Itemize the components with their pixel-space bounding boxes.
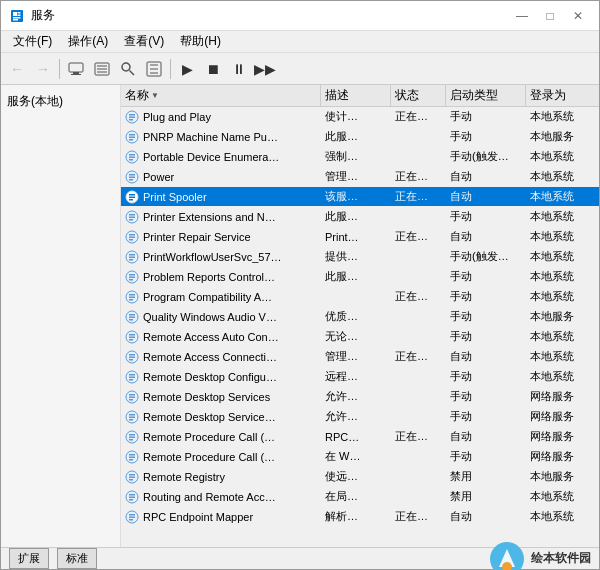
- svg-rect-65: [129, 336, 135, 338]
- table-row[interactable]: Remote Desktop Configu…远程…手动本地系统: [121, 367, 599, 387]
- service-icon: [125, 330, 139, 344]
- service-name: Remote Access Connecti…: [143, 351, 277, 363]
- table-row[interactable]: Plug and Play使计…正在…手动本地系统: [121, 107, 599, 127]
- service-status-cell: [391, 276, 446, 278]
- service-icon: [125, 290, 139, 304]
- service-startup-cell: 手动: [446, 368, 526, 385]
- close-button[interactable]: ✕: [565, 5, 591, 27]
- forward-button[interactable]: →: [31, 57, 55, 81]
- table-row[interactable]: Printer Extensions and N…此服…手动本地系统: [121, 207, 599, 227]
- back-button[interactable]: ←: [5, 57, 29, 81]
- sidebar-local-services[interactable]: 服务(本地): [5, 89, 116, 114]
- service-icon: [125, 270, 139, 284]
- service-status-cell: 正在…: [391, 348, 446, 365]
- svg-rect-61: [129, 316, 135, 318]
- service-rows[interactable]: Plug and Play使计…正在…手动本地系统 PNRP Machine N…: [121, 107, 599, 547]
- service-desc-cell: [321, 296, 391, 298]
- table-row[interactable]: Remote Registry使远…禁用本地服务: [121, 467, 599, 487]
- menu-item[interactable]: 操作(A): [60, 31, 116, 52]
- service-desc-cell: 使远…: [321, 468, 391, 485]
- service-login-cell: 本地系统: [526, 508, 599, 525]
- service-name-cell: Routing and Remote Acc…: [121, 489, 321, 505]
- table-row[interactable]: Remote Access Connecti…管理…正在…自动本地系统: [121, 347, 599, 367]
- col-header-login[interactable]: 登录为: [526, 85, 599, 106]
- service-login-cell: 本地系统: [526, 288, 599, 305]
- svg-rect-8: [71, 74, 81, 75]
- svg-rect-96: [129, 494, 135, 496]
- play-button[interactable]: ▶: [175, 57, 199, 81]
- svg-rect-100: [129, 514, 135, 516]
- svg-rect-56: [129, 294, 135, 296]
- svg-rect-73: [129, 376, 135, 378]
- list-button[interactable]: [90, 57, 114, 81]
- table-row[interactable]: Remote Desktop Services允许…手动网络服务: [121, 387, 599, 407]
- table-row[interactable]: Remote Access Auto Con…无论…手动本地系统: [121, 327, 599, 347]
- table-row[interactable]: PNRP Machine Name Pu…此服…手动本地服务: [121, 127, 599, 147]
- stop-button[interactable]: ⏹: [201, 57, 225, 81]
- menu-item[interactable]: 查看(V): [116, 31, 172, 52]
- table-row[interactable]: Routing and Remote Acc…在局…禁用本地系统: [121, 487, 599, 507]
- computer-button[interactable]: [64, 57, 88, 81]
- service-desc-cell: 管理…: [321, 168, 391, 185]
- svg-rect-77: [129, 396, 135, 398]
- service-name: Power: [143, 171, 174, 183]
- table-row[interactable]: Print Spooler该服…正在…自动本地系统: [121, 187, 599, 207]
- table-row[interactable]: RPC Endpoint Mapper解析…正在…自动本地系统: [121, 507, 599, 527]
- service-icon: [125, 190, 139, 204]
- sidebar: 服务(本地): [1, 85, 121, 547]
- service-name-cell: Remote Access Auto Con…: [121, 329, 321, 345]
- table-row[interactable]: Remote Desktop Service…允许…手动网络服务: [121, 407, 599, 427]
- table-row[interactable]: Remote Procedure Call (…在 W…手动网络服务: [121, 447, 599, 467]
- service-login-cell: 本地系统: [526, 228, 599, 245]
- service-login-cell: 本地系统: [526, 208, 599, 225]
- pause-button[interactable]: ⏸: [227, 57, 251, 81]
- maximize-button[interactable]: □: [537, 5, 563, 27]
- table-row[interactable]: Quality Windows Audio V…优质…手动本地服务: [121, 307, 599, 327]
- minimize-button[interactable]: —: [509, 5, 535, 27]
- service-startup-cell: 手动: [446, 448, 526, 465]
- service-desc-cell: 此服…: [321, 208, 391, 225]
- service-name-cell: Remote Procedure Call (…: [121, 429, 321, 445]
- search-button[interactable]: [116, 57, 140, 81]
- service-icon: [125, 410, 139, 424]
- window-icon: [9, 8, 25, 24]
- brand-name: 绘本软件园: [531, 550, 591, 567]
- svg-rect-41: [129, 216, 135, 218]
- settings-button[interactable]: [142, 57, 166, 81]
- service-name: Remote Procedure Call (…: [143, 451, 275, 463]
- title-bar: 服务 — □ ✕: [1, 1, 599, 31]
- table-row[interactable]: Problem Reports Control…此服…手动本地系统: [121, 267, 599, 287]
- col-header-startup[interactable]: 启动类型: [446, 85, 526, 106]
- toolbar: ← → ▶ ⏹ ⏸ ▶▶: [1, 53, 599, 85]
- service-icon: [125, 150, 139, 164]
- table-row[interactable]: Program Compatibility A…正在…手动本地系统: [121, 287, 599, 307]
- service-desc-cell: 远程…: [321, 368, 391, 385]
- service-login-cell: 本地服务: [526, 128, 599, 145]
- standard-tab[interactable]: 标准: [57, 548, 97, 569]
- service-name: Remote Registry: [143, 471, 225, 483]
- col-header-desc[interactable]: 描述: [321, 85, 391, 106]
- service-startup-cell: 手动: [446, 408, 526, 425]
- table-row[interactable]: Portable Device Enumera…强制…手动(触发…本地系统: [121, 147, 599, 167]
- service-desc-cell: 允许…: [321, 408, 391, 425]
- resume-button[interactable]: ▶▶: [253, 57, 277, 81]
- svg-line-14: [130, 70, 135, 75]
- svg-rect-45: [129, 236, 135, 238]
- svg-rect-22: [129, 119, 133, 121]
- table-row[interactable]: Printer Repair ServicePrint…正在…自动本地系统: [121, 227, 599, 247]
- sort-arrow: ▼: [151, 91, 159, 100]
- menu-item[interactable]: 文件(F): [5, 31, 60, 52]
- service-login-cell: 网络服务: [526, 408, 599, 425]
- menu-item[interactable]: 帮助(H): [172, 31, 229, 52]
- service-icon: [125, 510, 139, 524]
- table-row[interactable]: Remote Procedure Call (…RPC…正在…自动网络服务: [121, 427, 599, 447]
- table-row[interactable]: PrintWorkflowUserSvc_57…提供…手动(触发…本地系统: [121, 247, 599, 267]
- col-header-status[interactable]: 状态: [391, 85, 446, 106]
- service-desc-cell: 强制…: [321, 148, 391, 165]
- table-row[interactable]: Power管理…正在…自动本地系统: [121, 167, 599, 187]
- svg-rect-29: [129, 156, 135, 158]
- service-name-cell: Remote Desktop Service…: [121, 409, 321, 425]
- expand-tab[interactable]: 扩展: [9, 548, 49, 569]
- col-header-name[interactable]: 名称 ▼: [121, 85, 321, 106]
- service-status-cell: 正在…: [391, 228, 446, 245]
